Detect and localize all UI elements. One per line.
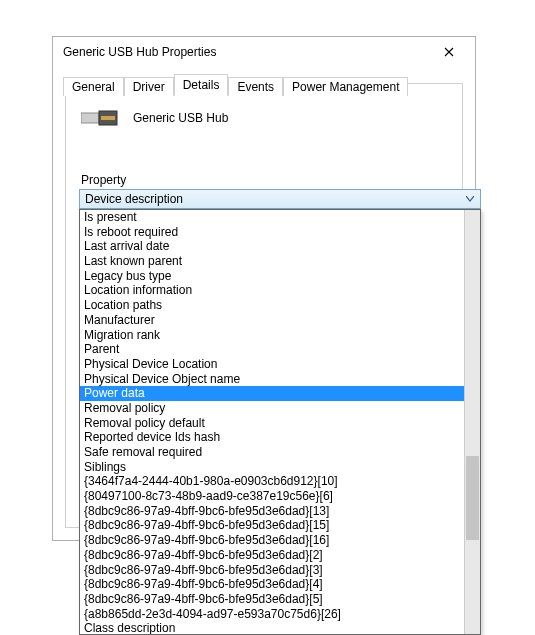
dropdown-item[interactable]: Removal policy default [80,416,464,431]
svg-rect-0 [81,113,99,123]
dropdown-item[interactable]: Physical Device Object name [80,372,464,387]
tab-details[interactable]: Details [174,74,229,96]
dropdown-item[interactable]: Migration rank [80,328,464,343]
close-icon [444,47,454,57]
tab-driver[interactable]: Driver [124,77,174,96]
titlebar: Generic USB Hub Properties [53,37,475,67]
property-label: Property [81,173,126,187]
dropdown-item[interactable]: Last arrival date [80,239,464,254]
dropdown-item[interactable]: Is present [80,210,464,225]
close-button[interactable] [431,38,467,66]
dropdown-item[interactable]: Legacy bus type [80,269,464,284]
dropdown-item[interactable]: Physical Device Location [80,357,464,372]
dropdown-item[interactable]: Last known parent [80,254,464,269]
dropdown-item[interactable]: Safe removal required [80,445,464,460]
property-combobox[interactable]: Device description [79,189,481,209]
dropdown-item[interactable]: {8dbc9c86-97a9-4bff-9bc6-bfe95d3e6dad}[1… [80,518,464,533]
dropdown-item[interactable]: Reported device Ids hash [80,430,464,445]
properties-window: Generic USB Hub Properties General Drive… [52,36,476,541]
dropdown-item[interactable]: {80497100-8c73-48b9-aad9-ce387e19c56e}[6… [80,489,464,504]
dropdown-item[interactable]: {8dbc9c86-97a9-4bff-9bc6-bfe95d3e6dad}[1… [80,533,464,548]
tab-events[interactable]: Events [228,77,283,96]
device-header: Generic USB Hub [81,107,228,129]
dropdown-scrollbar[interactable] [464,210,480,634]
svg-rect-2 [101,116,115,120]
dropdown-item[interactable]: Is reboot required [80,225,464,240]
chevron-down-icon [463,192,477,206]
dropdown-item[interactable]: Location information [80,283,464,298]
device-name: Generic USB Hub [133,111,228,125]
dropdown-item[interactable]: {8dbc9c86-97a9-4bff-9bc6-bfe95d3e6dad}[5… [80,592,464,607]
dropdown-item[interactable]: {8dbc9c86-97a9-4bff-9bc6-bfe95d3e6dad}[3… [80,563,464,578]
dropdown-item[interactable]: Removal policy [80,401,464,416]
dropdown-item[interactable]: {8dbc9c86-97a9-4bff-9bc6-bfe95d3e6dad}[1… [80,504,464,519]
tab-power-management[interactable]: Power Management [283,77,408,96]
dropdown-item[interactable]: Class description [80,621,464,634]
dropdown-item[interactable]: {8dbc9c86-97a9-4bff-9bc6-bfe95d3e6dad}[4… [80,577,464,592]
dropdown-item[interactable]: Location paths [80,298,464,313]
dropdown-item[interactable]: Siblings [80,460,464,475]
dropdown-item[interactable]: {a8b865dd-2e3d-4094-ad97-e593a70c75d6}[2… [80,607,464,622]
dropdown-item[interactable]: {3464f7a4-2444-40b1-980a-e0903cb6d912}[1… [80,474,464,489]
dropdown-item[interactable]: Parent [80,342,464,357]
dropdown-item[interactable]: Power data [80,386,464,401]
tab-strip: General Driver Details Events Power Mana… [63,74,408,95]
property-dropdown-list[interactable]: Is presentIs reboot requiredLast arrival… [79,209,481,635]
dropdown-item[interactable]: {8dbc9c86-97a9-4bff-9bc6-bfe95d3e6dad}[2… [80,548,464,563]
tab-general[interactable]: General [63,77,124,96]
dropdown-list-viewport: Is presentIs reboot requiredLast arrival… [80,210,464,634]
usb-connector-icon [81,107,121,129]
window-title: Generic USB Hub Properties [63,45,431,59]
property-selected-text: Device description [85,192,183,206]
scrollbar-thumb[interactable] [466,456,479,540]
dropdown-item[interactable]: Manufacturer [80,313,464,328]
